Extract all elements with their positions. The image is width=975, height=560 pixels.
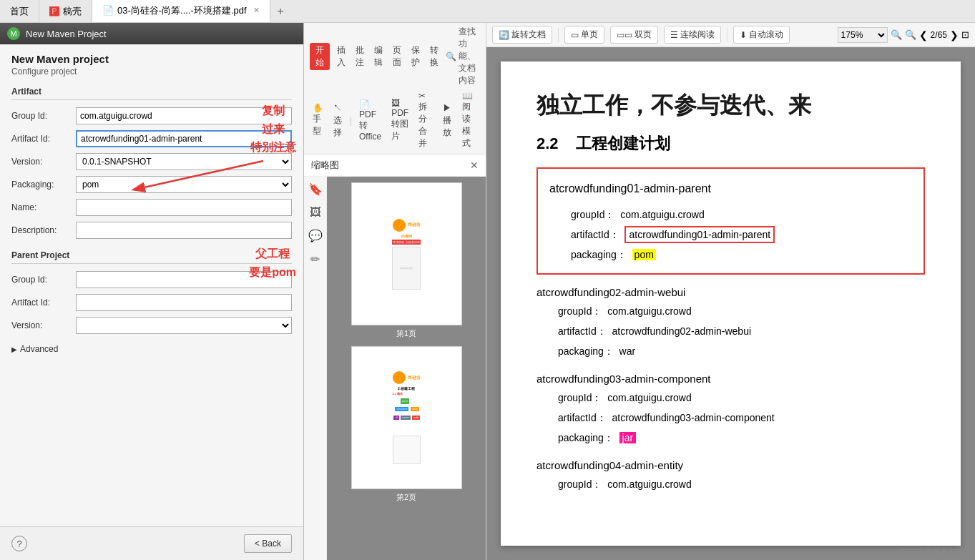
image-icon[interactable]: 🖼 xyxy=(310,206,321,219)
tab-pdf[interactable]: 📄 03-尚硅谷-尚筹....-环境搭建.pdf ✕ xyxy=(92,0,270,22)
thumb-page-1[interactable]: 尚硅谷 尚筹网 环境搭建-自检查清单 页面内容示意 第1页 xyxy=(351,182,462,339)
name-input[interactable] xyxy=(76,199,292,216)
annotation-over-text: 过来 xyxy=(250,120,296,139)
back-button[interactable]: < Back xyxy=(244,534,292,553)
maven-dialog: M New Maven Project New Maven project Co… xyxy=(0,23,304,560)
annotation-pom-text: 要是pom xyxy=(249,263,296,282)
artifact-section-title: Artifact xyxy=(11,87,292,100)
pdf-split-btn[interactable]: ✂ 拆分合并 xyxy=(416,89,436,151)
tab-bar: 首页 🅿 稿壳 📄 03-尚硅谷-尚筹....-环境搭建.pdf ✕ + xyxy=(0,0,975,23)
thumb-label-2: 第2页 xyxy=(396,492,416,503)
project-3-details: groupId： com.atguigu.crowd artifactId： a… xyxy=(537,388,925,448)
name-label: Name: xyxy=(11,202,76,212)
version-label: Version: xyxy=(11,157,76,167)
sep3 xyxy=(727,28,727,42)
project-2-block: atcrowdfunding02-admin-webui groupId： co… xyxy=(537,286,925,361)
pdf-page-area[interactable]: 独立工作，不参与迭代、来 2.2 工程创建计划 atcrowdfunding01… xyxy=(486,47,975,560)
pdf-protect-btn[interactable]: 保护 xyxy=(408,43,423,70)
pdf-edit-btn[interactable]: 编辑 xyxy=(371,43,386,70)
jar-highlight: jar xyxy=(619,432,637,443)
auto-scroll-btn[interactable]: ⬇ 自动滚动 xyxy=(733,26,790,44)
tab-add-btn[interactable]: + xyxy=(270,0,291,22)
maven-subheading: Configure project xyxy=(11,67,292,77)
zoom-select[interactable]: 175% 100% 150% 200% xyxy=(838,27,888,43)
auto-scroll-label: 自动滚动 xyxy=(749,29,783,41)
pdf-office-btn[interactable]: 📄 PDF转Office xyxy=(356,98,384,143)
pen-icon[interactable]: ✏ xyxy=(310,252,320,266)
pdf-insert-btn[interactable]: 插入 xyxy=(334,43,348,70)
section-title-2-2: 2.2 工程创建计划 xyxy=(537,133,925,154)
thumbs-list[interactable]: 尚硅谷 尚筹网 环境搭建-自检查清单 页面内容示意 第1页 xyxy=(327,177,486,560)
sidebar-icons: 🔖 🖼 💬 ✏ xyxy=(304,177,327,560)
packaging-label: Packaging: xyxy=(11,180,76,190)
single-page-btn[interactable]: ▭ 单页 xyxy=(564,26,604,44)
name-row: Name: xyxy=(11,199,292,216)
next-page-btn[interactable]: ❯ xyxy=(950,29,959,41)
parent-artifact-id-input[interactable] xyxy=(76,294,292,311)
parent-version-select[interactable] xyxy=(76,317,292,334)
zoom-out-icon[interactable]: 🔍 xyxy=(891,29,902,40)
parent-version-row: Version: xyxy=(11,317,292,334)
project-4-name: atcrowdfunding04-admin-entity xyxy=(537,459,925,471)
project-2-details: groupId： com.atguigu.crowd artifactId： a… xyxy=(537,301,925,361)
pdf-select-btn[interactable]: ↖ 选择 xyxy=(330,101,346,140)
advanced-arrow-icon: ▶ xyxy=(11,345,17,353)
help-button[interactable]: ? xyxy=(11,536,27,551)
annotation-father-text: 父工程 xyxy=(249,245,296,263)
fit-page-icon[interactable]: ⊡ xyxy=(961,29,969,40)
continuous-btn[interactable]: ☰ 连续阅读 xyxy=(664,26,721,44)
total-pages: 65 xyxy=(938,30,947,40)
pdf-thumbnail-panel: 开始 插入 批注 编辑 页面 保护 转换 🔍 查找功能、文档内容 ✋ 手型 ↖ … xyxy=(304,23,486,560)
advanced-row[interactable]: ▶ Advanced xyxy=(11,340,292,358)
rotate-doc-btn[interactable]: 🔄 旋转文档 xyxy=(492,26,552,44)
pdf-convert-btn[interactable]: 转换 xyxy=(427,43,441,70)
pdf-nav-controls: 175% 100% 150% 200% 🔍 🔍 ❮ 2/65 ❯ ⊡ xyxy=(838,27,969,43)
pdf-play-btn[interactable]: ▶ 播放 xyxy=(440,101,455,140)
tab-draft-label: 稿壳 xyxy=(63,5,82,18)
prev-page-btn[interactable]: ❮ xyxy=(919,29,928,41)
double-icon: ▭▭ xyxy=(617,30,632,40)
annotation-copy: 复制 过来 特别注意 xyxy=(250,102,296,157)
pdf-toolbar: 开始 插入 批注 编辑 页面 保护 转换 🔍 查找功能、文档内容 ✋ 手型 ↖ … xyxy=(304,23,486,154)
bookmark-icon[interactable]: 🔖 xyxy=(308,182,323,196)
packaging-select[interactable]: pom jar war xyxy=(76,176,292,193)
csdn-watermark: CSDN @平凡加班狗 xyxy=(901,546,972,557)
maven-logo: M xyxy=(7,27,20,40)
tab-draft[interactable]: 🅿 稿壳 xyxy=(39,0,92,22)
parent-group-id-label: Group Id: xyxy=(11,275,76,285)
pdf-big-title: 独立工作，不参与迭代、来 xyxy=(537,90,925,122)
artifact-highlight-box: atcrowdfunding01-admin-parent xyxy=(624,226,775,243)
search-icon: 🔍 xyxy=(446,51,456,62)
thumbnails-label: 缩略图 xyxy=(311,159,339,172)
annotation-attention-text: 特别注意 xyxy=(250,138,296,157)
project-2-name: atcrowdfunding02-admin-webui xyxy=(537,286,925,298)
project-2-artifact: artifactId： atcrowdfunding02-admin-webui xyxy=(558,321,925,341)
pdf-start-btn[interactable]: 开始 xyxy=(310,43,330,70)
description-input[interactable] xyxy=(76,222,292,239)
double-page-btn[interactable]: ▭▭ 双页 xyxy=(610,26,658,44)
main-area: M New Maven Project New Maven project Co… xyxy=(0,23,975,560)
artifact-id-label: Artifact Id: xyxy=(11,134,76,144)
annotation-copy-text: 复制 xyxy=(250,102,296,120)
tab-home[interactable]: 首页 xyxy=(0,0,39,22)
project-1-group: groupId： com.atguigu.crowd xyxy=(571,205,912,225)
pom-highlight: pom xyxy=(632,249,656,260)
project-4-details: groupId： com.atguigu.crowd xyxy=(537,474,925,494)
pdf-icon: 📄 xyxy=(102,5,114,16)
pdf-image-btn[interactable]: 🖼 PDF转图片 xyxy=(388,97,411,144)
project-1-box: atcrowdfunding01-admin-parent groupId： c… xyxy=(537,167,925,275)
thumbnails-close-btn[interactable]: ✕ xyxy=(470,159,479,171)
tab-pdf-close[interactable]: ✕ xyxy=(253,6,260,15)
pdf-read-btn[interactable]: 📖 阅读模式 xyxy=(459,89,480,151)
rotate-icon: 🔄 xyxy=(499,30,509,40)
pdf-hand-btn[interactable]: ✋ 手型 xyxy=(310,102,326,139)
pdf-pages-btn[interactable]: 页面 xyxy=(390,43,404,70)
comment-icon[interactable]: 💬 xyxy=(308,229,323,242)
current-page: 2 xyxy=(931,30,936,40)
pdf-batch-btn[interactable]: 批注 xyxy=(353,43,367,70)
thumb-page-2[interactable]: 尚硅谷 2.创建工程 2.1 概述 parent component webui xyxy=(351,346,462,503)
zoom-in-icon[interactable]: 🔍 xyxy=(905,29,916,40)
project-3-group: groupId： com.atguigu.crowd xyxy=(558,388,925,408)
parent-artifact-id-row: Artifact Id: xyxy=(11,294,292,311)
project-3-block: atcrowdfunding03-admin-component groupId… xyxy=(537,373,925,448)
